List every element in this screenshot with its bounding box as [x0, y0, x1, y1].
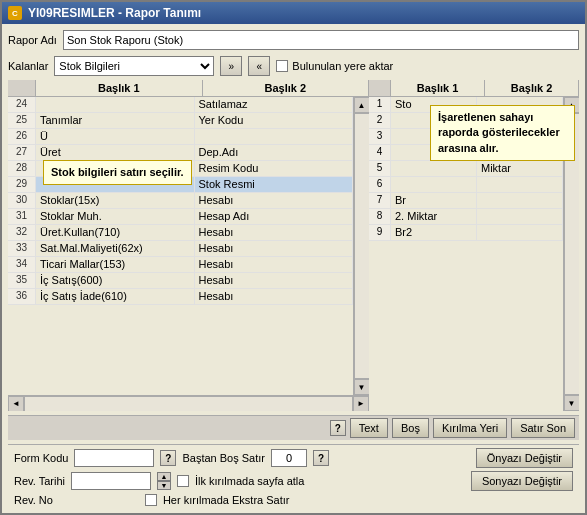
row-col1 — [391, 177, 477, 192]
bottom-toolbar: ? Text Boş Kırılma Yeri Satır Son — [8, 415, 579, 440]
row-num: 36 — [8, 289, 36, 304]
table-row[interactable]: 33 Sat.Mal.Maliyeti(62x) Hesabı — [8, 241, 353, 257]
left-col2-header: Başlık 2 — [203, 80, 370, 96]
right-panel: Başlık 1 Başlık 2 1 Sto 2 3 4 Yer... 5 M… — [369, 80, 579, 411]
row-col1 — [36, 97, 195, 112]
table-row[interactable]: 25 Tanımlar Yer Kodu — [8, 113, 353, 129]
row-num: 35 — [8, 273, 36, 288]
row-col1: İç Satış(600) — [36, 273, 195, 288]
hscroll-track[interactable] — [24, 396, 353, 412]
row-col2: Hesabı — [195, 273, 354, 288]
row-num: 25 — [8, 113, 36, 128]
bulunulan-checkbox[interactable] — [276, 60, 288, 72]
row-col1: Tanımlar — [36, 113, 195, 128]
row-col1: İç Satış İade(610) — [36, 289, 195, 304]
tooltip-left: Stok bilgileri satırı seçilir. — [43, 160, 192, 185]
row-col1: 2. Miktar — [391, 209, 477, 224]
hleft-btn[interactable]: ◄ — [8, 396, 24, 412]
table-row[interactable]: 6 — [369, 177, 563, 193]
left-table-header: Başlık 1 Başlık 2 — [8, 80, 369, 97]
table-row[interactable]: 31 Stoklar Muh. Hesap Adı — [8, 209, 353, 225]
table-row[interactable]: 36 İç Satış İade(610) Hesabı — [8, 289, 353, 305]
left-num-header — [8, 80, 36, 96]
table-row[interactable]: 32 Üret.Kullan(710) Hesabı — [8, 225, 353, 241]
bastan-bos-help[interactable]: ? — [313, 450, 329, 466]
form-kodu-help[interactable]: ? — [160, 450, 176, 466]
rev-tarihi-row: Rev. Tarihi ▲ ▼ İlk kırılmada sayfa atla… — [14, 471, 573, 491]
spin-up[interactable]: ▲ — [157, 472, 171, 481]
row-num: 27 — [8, 145, 36, 160]
bos-btn[interactable]: Boş — [392, 418, 429, 438]
row-num: 33 — [8, 241, 36, 256]
ilk-kirilma-checkbox[interactable] — [177, 475, 189, 487]
row-col2: Hesabı — [195, 241, 354, 256]
right-table-header: Başlık 1 Başlık 2 — [369, 80, 579, 97]
hright-btn[interactable]: ► — [353, 396, 369, 412]
row-col2: Resim Kodu — [195, 161, 354, 176]
form-kodu-input[interactable] — [74, 449, 154, 467]
scroll-down-btn[interactable]: ▼ — [354, 379, 370, 395]
row-num: 2 — [369, 113, 391, 128]
onyazi-btn[interactable]: Önyazı Değiştir — [476, 448, 573, 468]
row-col1 — [391, 161, 477, 176]
row-col1: Br2 — [391, 225, 477, 240]
table-row[interactable]: 8 2. Miktar — [369, 209, 563, 225]
table-row[interactable]: 9 Br2 — [369, 225, 563, 241]
left-hscrollbar[interactable]: ◄ ► — [8, 395, 369, 411]
rapor-adi-row: Rapor Adı — [8, 28, 579, 52]
table-row[interactable]: 24 Satılamaz — [8, 97, 353, 113]
her-kirilma-checkbox[interactable] — [145, 494, 157, 506]
rev-tarihi-input[interactable] — [71, 472, 151, 490]
row-num: 28 — [8, 161, 36, 176]
row-num: 26 — [8, 129, 36, 144]
row-col2: Yer Kodu — [195, 113, 354, 128]
rev-tarihi-spinner[interactable]: ▲ ▼ — [157, 472, 171, 490]
row-col2: Dep.Adı — [195, 145, 354, 160]
row-col1: Üret — [36, 145, 195, 160]
right-scroll-down[interactable]: ▼ — [564, 395, 580, 411]
text-btn[interactable]: Text — [350, 418, 388, 438]
table-row[interactable]: 30 Stoklar(15x) Hesabı — [8, 193, 353, 209]
row-num: 29 — [8, 177, 36, 192]
row-col1: Ticari Mallar(153) — [36, 257, 195, 272]
table-row[interactable]: 35 İç Satış(600) Hesabı — [8, 273, 353, 289]
row-num: 34 — [8, 257, 36, 272]
row-col1: Stoklar Muh. — [36, 209, 195, 224]
form-kodu-label: Form Kodu — [14, 452, 68, 464]
bulunulan-row: Bulunulan yere aktar — [276, 60, 393, 72]
table-row[interactable]: 27 Üret Dep.Adı — [8, 145, 353, 161]
tooltip-right: İşaretlenen sahayı raporda gösterilecekl… — [430, 105, 575, 161]
rapor-adi-input[interactable] — [63, 30, 579, 50]
bastan-bos-label: Baştan Boş Satır — [182, 452, 265, 464]
row-num: 5 — [369, 161, 391, 176]
bulunulan-label: Bulunulan yere aktar — [292, 60, 393, 72]
back-icon: « — [257, 61, 263, 72]
rev-tarihi-label: Rev. Tarihi — [14, 475, 65, 487]
forward-icon: » — [229, 61, 235, 72]
left-scrollbar[interactable]: ▲ ▼ — [353, 97, 369, 395]
scroll-up-btn[interactable]: ▲ — [354, 97, 370, 113]
right-action-btns: Önyazı Değiştir — [476, 448, 573, 468]
table-row[interactable]: 7 Br — [369, 193, 563, 209]
satir-btn[interactable]: Satır Son — [511, 418, 575, 438]
spin-down[interactable]: ▼ — [157, 481, 171, 490]
help-btn-toolbar[interactable]: ? — [330, 420, 346, 436]
row-col2: Stok Resmi — [195, 177, 354, 192]
kalanlar-select[interactable]: Stok Bilgileri — [54, 56, 214, 76]
back-arrow-btn[interactable]: « — [248, 56, 270, 76]
row-num: 9 — [369, 225, 391, 240]
sonyazi-btn[interactable]: Sonyazı Değiştir — [471, 471, 573, 491]
table-row[interactable]: 5 Miktar — [369, 161, 563, 177]
row-num: 3 — [369, 129, 391, 144]
bottom-rows: Form Kodu ? Baştan Boş Satır ? Önyazı De… — [8, 444, 579, 509]
scroll-track[interactable] — [354, 113, 370, 379]
left-col1-header: Başlık 1 — [36, 80, 203, 96]
left-table-body[interactable]: 24 Satılamaz 25 Tanımlar Yer Kodu 26 Ü 2… — [8, 97, 353, 395]
table-row[interactable]: 26 Ü — [8, 129, 353, 145]
kirilma-btn[interactable]: Kırılma Yeri — [433, 418, 507, 438]
forward-arrow-btn[interactable]: » — [220, 56, 242, 76]
bastan-bos-input[interactable] — [271, 449, 307, 467]
row-num: 32 — [8, 225, 36, 240]
table-row[interactable]: 34 Ticari Mallar(153) Hesabı — [8, 257, 353, 273]
row-col1: Ü — [36, 129, 195, 144]
